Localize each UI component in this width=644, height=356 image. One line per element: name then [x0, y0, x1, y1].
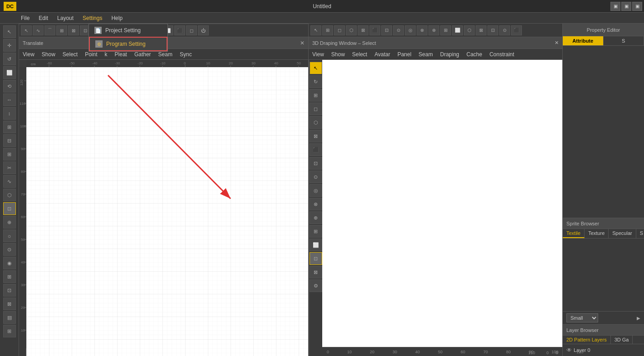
3d-side-tool-11[interactable]: ⊗ [310, 198, 322, 210]
tool-10[interactable]: ⬡ [3, 189, 16, 201]
3d-tool-3[interactable]: ◻ [334, 25, 345, 35]
win-btn-2[interactable]: ▣ [621, 2, 631, 11]
tool-2[interactable]: ⟲ [3, 80, 16, 93]
3d-side-tool-9[interactable]: ⊙ [310, 171, 322, 183]
3d-tool-13[interactable]: ⬜ [452, 25, 463, 35]
3d-menu-avatar[interactable]: Avatar [371, 50, 393, 59]
sprite-tab-s[interactable]: S [636, 229, 644, 238]
3d-tool-17[interactable]: ⊙ [499, 25, 510, 35]
3d-side-tool-1[interactable]: ↖ [310, 62, 322, 74]
3d-side-tool-7[interactable]: ⬛ [310, 143, 322, 156]
3d-tool-7[interactable]: ⊡ [381, 25, 392, 35]
menu-file[interactable]: File [16, 14, 34, 22]
tool-pointer[interactable]: ↖ [3, 25, 16, 38]
3d-side-tool-14[interactable]: ⬜ [310, 239, 322, 251]
3d-menu-select[interactable]: Select [349, 50, 371, 59]
attr-tab-attribute[interactable]: Attribute [563, 36, 604, 45]
3d-menu-show[interactable]: Show [328, 50, 349, 59]
2d-tool-15[interactable]: ◻ [186, 25, 197, 35]
2d-menu-sync[interactable]: Sync [176, 50, 196, 59]
tool-15[interactable]: ⊞ [3, 270, 16, 283]
3d-tool-15[interactable]: ⊠ [476, 25, 487, 35]
program-setting-item[interactable]: ⚙ Program Setting [89, 37, 167, 51]
2d-tool-1[interactable]: ↖ [21, 25, 32, 35]
3d-tool-5[interactable]: ⊠ [358, 25, 369, 35]
canvas-2d-close[interactable]: ✕ [300, 40, 305, 46]
tool-1[interactable]: ⬜ [3, 66, 16, 79]
window-controls[interactable]: ▣ ▣ ▣ [610, 2, 644, 11]
layer-tab-2d-pattern[interactable]: 2D Pattern Layers [563, 336, 611, 344]
2d-tool-2[interactable]: ∿ [33, 25, 44, 35]
tool-8[interactable]: ✂ [3, 161, 16, 174]
3d-side-tool-4[interactable]: ◻ [310, 102, 322, 115]
menu-help[interactable]: Help [107, 14, 127, 22]
3d-side-tool-2[interactable]: ↻ [310, 75, 322, 88]
3d-menu-constraint[interactable]: Constraint [486, 50, 518, 59]
tool-11[interactable]: ⊕ [3, 216, 16, 229]
3d-tool-18[interactable]: ⬛ [511, 25, 522, 35]
3d-menu-view[interactable]: View [309, 50, 328, 59]
3d-tool-16[interactable]: ⊡ [487, 25, 498, 35]
3d-tool-12[interactable]: ⊞ [440, 25, 451, 35]
tool-6[interactable]: ⊟ [3, 134, 16, 147]
3d-tool-4[interactable]: ⬡ [346, 25, 357, 35]
menu-edit[interactable]: Edit [34, 14, 53, 22]
tool-9[interactable]: ∿ [3, 175, 16, 188]
sprite-size-select[interactable]: Small Medium Large [566, 313, 598, 322]
canvas-2d-main[interactable] [26, 67, 308, 356]
layer-eye-icon[interactable]: 👁 [566, 347, 572, 353]
3d-menu-seam[interactable]: Seam [415, 50, 436, 59]
tool-3[interactable]: ↔ [3, 93, 16, 106]
attr-tab-s[interactable]: S [604, 36, 644, 45]
tool-4[interactable]: ↕ [3, 107, 16, 120]
3d-side-tool-5[interactable]: ⬡ [310, 116, 322, 129]
3d-side-tool-3[interactable]: ⊞ [310, 89, 322, 102]
3d-tool-6[interactable]: ⬛ [369, 25, 380, 35]
3d-side-tool-6[interactable]: ⊠ [310, 130, 322, 142]
2d-menu-show[interactable]: Show [38, 50, 59, 59]
tool-13[interactable]: ⊙ [3, 243, 16, 256]
tool-5[interactable]: ⊞ [3, 121, 16, 133]
tool-16[interactable]: ⊡ [3, 284, 16, 297]
3d-side-tool-16[interactable]: ⊠ [310, 266, 322, 278]
3d-tool-9[interactable]: ◎ [405, 25, 416, 35]
tool-move[interactable]: ✛ [3, 39, 16, 52]
win-btn-3[interactable]: ▣ [632, 2, 642, 11]
menu-settings[interactable]: Settings [78, 14, 107, 22]
2d-tool-3[interactable]: ⌒ [44, 25, 55, 35]
settings-icon-ruler[interactable]: ⚙ [555, 351, 559, 355]
3d-tool-8[interactable]: ⊙ [393, 25, 404, 35]
3d-tool-14[interactable]: ⬡ [464, 25, 475, 35]
tool-active[interactable]: ⊡ [3, 202, 16, 215]
2d-tool-16[interactable]: ⏻ [198, 25, 209, 35]
3d-side-tool-10[interactable]: ◎ [310, 184, 322, 197]
tool-17[interactable]: ⊠ [3, 297, 16, 310]
3d-tool-10[interactable]: ⊗ [417, 25, 428, 35]
3d-side-tool-8[interactable]: ⊡ [310, 157, 322, 170]
sprite-tab-texture[interactable]: Texture [585, 229, 609, 238]
project-setting-item[interactable]: 📄 Project Setting [89, 24, 167, 37]
panel-3d-viewport[interactable]: 0 10 20 30 40 50 60 70 80 90 100 110 0 1… [322, 60, 562, 356]
3d-tool-1[interactable]: ↖ [310, 25, 321, 35]
3d-menu-panel[interactable]: Panel [394, 50, 415, 59]
2d-menu-select[interactable]: Select [59, 50, 81, 59]
tool-18[interactable]: ▤ [3, 311, 16, 324]
tool-rotate[interactable]: ↺ [3, 53, 16, 65]
2d-menu-view[interactable]: View [19, 50, 38, 59]
win-btn-1[interactable]: ▣ [610, 2, 620, 11]
3d-tool-11[interactable]: ⊕ [428, 25, 439, 35]
2d-tool-4[interactable]: ⊞ [56, 25, 67, 35]
3d-side-tool-12[interactable]: ⊕ [310, 211, 322, 224]
3d-tool-2[interactable]: ⊞ [322, 25, 333, 35]
layer-tab-3d-ga[interactable]: 3D Ga [611, 336, 633, 344]
sprite-tab-textile[interactable]: Textile [563, 229, 585, 238]
2d-tool-5[interactable]: ⊠ [68, 25, 79, 35]
3d-side-tool-13[interactable]: ⊞ [310, 225, 322, 238]
tool-7[interactable]: ⊞ [3, 148, 16, 161]
tool-19[interactable]: ⊞ [3, 325, 16, 337]
panel-3d-close[interactable]: ✕ [555, 40, 559, 46]
2d-tool-14[interactable]: ⬛ [174, 25, 185, 35]
3d-side-tool-17[interactable]: ⚙ [310, 279, 322, 292]
3d-menu-cache[interactable]: Cache [463, 50, 486, 59]
3d-side-tool-active[interactable]: ⊡ [310, 252, 322, 265]
